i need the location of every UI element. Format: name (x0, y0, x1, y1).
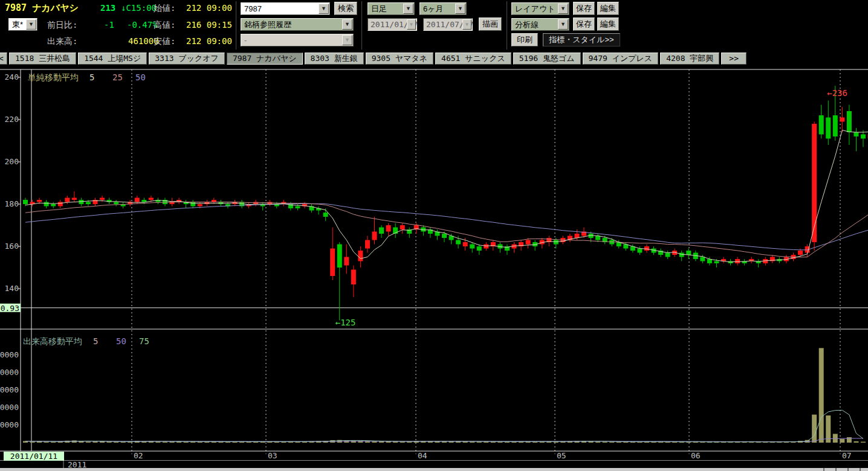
date-to-field: 2011/07/07 ▼ (423, 18, 473, 31)
volume-tick-label: 800000 (0, 368, 19, 377)
period-combo[interactable]: 日足 ▼ (368, 2, 415, 15)
analysis-combo[interactable]: 分析線 ▼ (511, 18, 569, 31)
period-combo-value: 日足 (371, 4, 387, 13)
chevron-down-icon[interactable]: ▼ (403, 4, 413, 14)
symbol-combo[interactable]: 7987 ▼ (241, 2, 330, 15)
chevron-down-icon[interactable]: ▼ (558, 19, 568, 30)
history-combo-value: 銘柄参照履歴 (244, 20, 291, 29)
svg-text:5: 5 (89, 72, 94, 82)
stock-code-name: 7987 ナカバヤシ (5, 2, 79, 14)
header-bar: 7987 ナカバヤシ 213 ↓C15:00 始値: 212 09:00 東* … (0, 0, 868, 51)
price-status: ↓C15:00 (121, 3, 157, 13)
price-tick-label: 220 (5, 115, 19, 124)
price-tick-label: 200 (5, 157, 19, 166)
crosshair-price-label: 30.93 (0, 304, 19, 313)
tab-stock-4651[interactable]: 4651 サニックス (435, 53, 511, 65)
open-label: 始値: (154, 3, 175, 14)
analysis-combo-value: 分析線 (515, 20, 539, 29)
high-marker: ←236 (827, 88, 847, 98)
svg-text:50: 50 (135, 72, 146, 82)
volume-tick-label: 1000000 (0, 350, 19, 359)
market-select-value: 東* (12, 20, 23, 29)
empty-combo-value: - (244, 36, 247, 45)
chevron-down-icon[interactable]: ▼ (558, 4, 568, 14)
high-label: 高値: (154, 20, 175, 31)
month-label: 05 (557, 451, 566, 460)
layout-combo[interactable]: レイアウト ▼ (511, 2, 569, 15)
stock-chart-app: { "header": { "code_name": "7987 ナカバヤシ",… (0, 0, 868, 471)
tab-scroll-right[interactable]: >> (721, 53, 747, 65)
tab-stock-3313[interactable]: 3313 ブックオフ (149, 53, 225, 65)
date-from-field: 2011/01/07 ▼ (368, 18, 417, 31)
layout-edit-button[interactable]: 編集 (597, 2, 619, 15)
chevron-down-icon[interactable]: ▼ (26, 19, 36, 30)
volume-ma-lines (25, 410, 863, 442)
layout-combo-value: レイアウト (515, 4, 555, 13)
diff-percent: -0.47% (127, 20, 158, 30)
crosshair-labels (0, 304, 64, 461)
separator (507, 1, 507, 50)
svg-text:50: 50 (116, 336, 126, 346)
volume-tick-label: 400000 (0, 403, 19, 412)
tab-stock-1544[interactable]: 1544 上場MSジ (78, 53, 147, 65)
svg-text:75: 75 (139, 336, 149, 346)
tab-stock-9479[interactable]: 9479 インプレス (583, 53, 659, 65)
market-select[interactable]: 東* ▼ (8, 18, 37, 31)
analysis-save-button[interactable]: 保存 (573, 18, 595, 31)
price-tick-label: 240 (5, 72, 19, 82)
chevron-down-icon[interactable]: ▼ (455, 4, 465, 14)
indicator-style-button[interactable]: 指標・スタイル>> (543, 33, 620, 46)
tab-scroll-left[interactable]: < (0, 53, 7, 65)
price-ma-lines (25, 130, 868, 262)
draw-button[interactable]: 描画 (479, 18, 502, 31)
chevron-down-icon: ▼ (462, 19, 471, 30)
crosshair-date-label: 2011/01/11 (10, 452, 57, 461)
stock-tab-bar: <1518 三井松島1544 上場MSジ3313 ブックオフ7987 ナカバヤシ… (0, 53, 868, 66)
chart-area: 0203040506072402202001801601401000000800… (0, 66, 868, 471)
month-label: 04 (418, 451, 427, 460)
svg-text:5: 5 (93, 336, 98, 346)
layout-save-button[interactable]: 保存 (573, 2, 595, 15)
print-button[interactable]: 印刷 (511, 33, 538, 46)
history-combo[interactable]: 銘柄参照履歴 ▼ (241, 18, 354, 31)
volume-bars (23, 348, 866, 443)
current-price: 213 (100, 3, 115, 13)
search-button[interactable]: 検索 (334, 2, 357, 15)
low-marker: ←125 (335, 318, 356, 327)
svg-text:25: 25 (112, 72, 123, 82)
separator (236, 1, 236, 50)
tab-stock-7987[interactable]: 7987 ナカバヤシ (227, 53, 303, 65)
open-value: 212 09:00 (186, 3, 232, 13)
price-tick-label: 160 (5, 242, 19, 251)
price-tick-label: 180 (5, 199, 19, 208)
low-label: 安値: (154, 36, 175, 47)
volume-label: 出来高: (47, 36, 77, 47)
analysis-edit-button[interactable]: 編集 (597, 18, 619, 31)
svg-text:単純移動平均: 単純移動平均 (28, 72, 79, 82)
svg-text:出来高移動平均: 出来高移動平均 (23, 336, 82, 346)
crosshair (21, 69, 868, 451)
chevron-down-icon[interactable]: ▼ (342, 19, 352, 30)
tab-stock-1518[interactable]: 1518 三井松島 (9, 53, 76, 65)
empty-combo: - ▼ (241, 34, 354, 46)
tab-stock-9305[interactable]: 9305 ヤマタネ (366, 53, 433, 65)
price-tick-label: 140 (5, 284, 19, 293)
month-label: 07 (842, 451, 852, 460)
diff-label: 前日比: (47, 20, 77, 31)
bottom-scrollbar[interactable] (0, 468, 868, 471)
tab-stock-4208[interactable]: 4208 宇部興 (660, 53, 719, 65)
range-combo[interactable]: 6ヶ月 ▼ (419, 2, 467, 15)
high-value: 216 09:15 (186, 20, 232, 30)
month-label: 03 (268, 451, 277, 460)
year-label: 2011 (68, 460, 86, 469)
candlestick-chart[interactable]: 0203040506072402202001801601401000000800… (0, 66, 868, 471)
month-label: 02 (134, 451, 143, 460)
symbol-combo-value: 7987 (244, 4, 262, 13)
chevron-down-icon: ▼ (342, 35, 352, 45)
tab-stock-5196[interactable]: 5196 鬼怒ゴム (513, 53, 581, 65)
range-combo-value: 6ヶ月 (423, 4, 444, 13)
price-axis (18, 77, 21, 289)
tab-stock-8303[interactable]: 8303 新生銀 (305, 53, 364, 65)
month-label: 06 (691, 451, 701, 460)
chevron-down-icon[interactable]: ▼ (319, 4, 329, 14)
